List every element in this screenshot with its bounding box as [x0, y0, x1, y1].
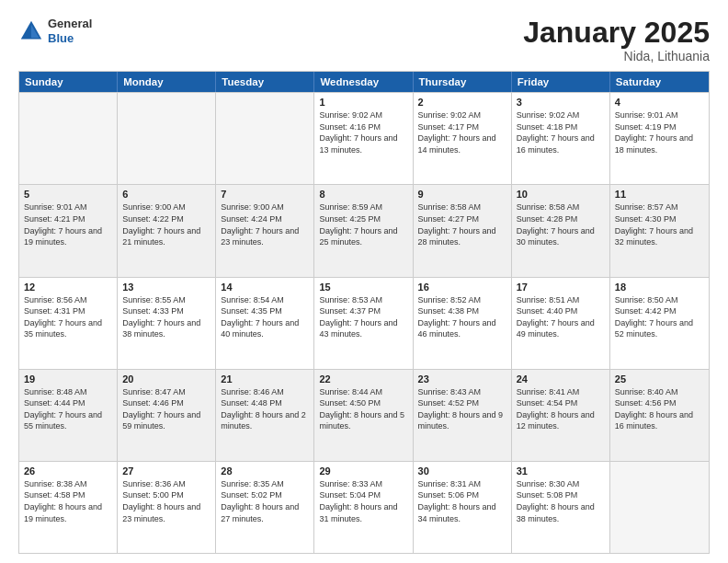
day-number: 27 — [122, 465, 210, 477]
cell-details: Sunrise: 8:58 AMSunset: 4:28 PMDaylight:… — [517, 201, 605, 247]
cell-details: Sunrise: 8:38 AMSunset: 4:58 PMDaylight:… — [24, 478, 112, 524]
cell-details: Sunrise: 8:55 AMSunset: 4:33 PMDaylight:… — [122, 294, 210, 340]
cell-details: Sunrise: 8:54 AMSunset: 4:35 PMDaylight:… — [221, 294, 309, 340]
day-cell-10: 10Sunrise: 8:58 AMSunset: 4:28 PMDayligh… — [512, 185, 610, 276]
month-title: January 2025 — [523, 17, 710, 49]
cell-details: Sunrise: 8:41 AMSunset: 4:54 PMDaylight:… — [517, 386, 605, 432]
cell-details: Sunrise: 9:02 AMSunset: 4:16 PMDaylight:… — [319, 109, 407, 155]
day-number: 2 — [418, 97, 506, 108]
day-cell-21: 21Sunrise: 8:46 AMSunset: 4:48 PMDayligh… — [216, 370, 314, 461]
day-cell-15: 15Sunrise: 8:53 AMSunset: 4:37 PMDayligh… — [314, 278, 413, 369]
day-cell-1: 1Sunrise: 9:02 AMSunset: 4:16 PMDaylight… — [314, 93, 413, 184]
day-cell-2: 2Sunrise: 9:02 AMSunset: 4:17 PMDaylight… — [414, 93, 512, 184]
cell-details: Sunrise: 9:01 AMSunset: 4:21 PMDaylight:… — [24, 201, 112, 247]
day-cell-28: 28Sunrise: 8:35 AMSunset: 5:02 PMDayligh… — [216, 462, 314, 553]
logo-blue-text: Blue — [48, 31, 92, 46]
cell-details: Sunrise: 8:58 AMSunset: 4:27 PMDaylight:… — [418, 201, 506, 247]
day-number: 5 — [24, 189, 112, 200]
calendar-row-2: 12Sunrise: 8:56 AMSunset: 4:31 PMDayligh… — [19, 277, 709, 369]
day-number: 19 — [24, 373, 112, 385]
day-cell-13: 13Sunrise: 8:55 AMSunset: 4:33 PMDayligh… — [118, 278, 216, 369]
day-number: 25 — [615, 373, 704, 385]
day-cell-4: 4Sunrise: 9:01 AMSunset: 4:19 PMDaylight… — [610, 93, 709, 184]
calendar-row-4: 26Sunrise: 8:38 AMSunset: 4:58 PMDayligh… — [19, 461, 709, 553]
cell-details: Sunrise: 8:46 AMSunset: 4:48 PMDaylight:… — [221, 386, 309, 432]
calendar-header: SundayMondayTuesdayWednesdayThursdayFrid… — [19, 72, 709, 92]
page: General Blue January 2025 Nida, Lithuani… — [0, 0, 728, 563]
logo: General Blue — [18, 17, 92, 45]
empty-cell-0-0 — [19, 93, 118, 184]
day-number: 1 — [319, 97, 407, 108]
day-number: 23 — [418, 373, 506, 385]
cell-details: Sunrise: 9:02 AMSunset: 4:18 PMDaylight:… — [517, 109, 605, 155]
day-cell-18: 18Sunrise: 8:50 AMSunset: 4:42 PMDayligh… — [610, 278, 709, 369]
cell-details: Sunrise: 9:00 AMSunset: 4:22 PMDaylight:… — [122, 201, 210, 247]
day-header-sunday: Sunday — [19, 72, 118, 92]
day-cell-6: 6Sunrise: 9:00 AMSunset: 4:22 PMDaylight… — [118, 185, 216, 276]
logo-general-text: General — [48, 17, 92, 31]
day-header-thursday: Thursday — [414, 72, 512, 92]
cell-details: Sunrise: 8:59 AMSunset: 4:25 PMDaylight:… — [319, 201, 407, 247]
cell-details: Sunrise: 8:30 AMSunset: 5:08 PMDaylight:… — [517, 478, 605, 524]
day-number: 7 — [221, 189, 309, 200]
title-area: January 2025 Nida, Lithuania — [523, 17, 710, 63]
calendar-body: 1Sunrise: 9:02 AMSunset: 4:16 PMDaylight… — [19, 92, 709, 553]
day-number: 3 — [517, 97, 605, 108]
day-number: 15 — [319, 282, 407, 293]
day-cell-14: 14Sunrise: 8:54 AMSunset: 4:35 PMDayligh… — [216, 278, 314, 369]
cell-details: Sunrise: 8:47 AMSunset: 4:46 PMDaylight:… — [122, 386, 210, 432]
day-number: 14 — [221, 282, 309, 293]
cell-details: Sunrise: 8:36 AMSunset: 5:00 PMDaylight:… — [122, 478, 210, 524]
day-number: 10 — [517, 189, 605, 200]
cell-details: Sunrise: 8:35 AMSunset: 5:02 PMDaylight:… — [221, 478, 309, 524]
day-number: 6 — [122, 189, 210, 200]
day-number: 21 — [221, 373, 309, 385]
day-number: 17 — [517, 282, 605, 293]
day-number: 28 — [221, 465, 309, 477]
day-cell-12: 12Sunrise: 8:56 AMSunset: 4:31 PMDayligh… — [19, 278, 118, 369]
cell-details: Sunrise: 8:53 AMSunset: 4:37 PMDaylight:… — [319, 294, 407, 340]
cell-details: Sunrise: 8:57 AMSunset: 4:30 PMDaylight:… — [615, 201, 704, 247]
day-cell-19: 19Sunrise: 8:48 AMSunset: 4:44 PMDayligh… — [19, 370, 118, 461]
day-header-tuesday: Tuesday — [216, 72, 314, 92]
day-cell-17: 17Sunrise: 8:51 AMSunset: 4:40 PMDayligh… — [512, 278, 610, 369]
day-number: 18 — [615, 282, 704, 293]
day-cell-11: 11Sunrise: 8:57 AMSunset: 4:30 PMDayligh… — [610, 185, 709, 276]
cell-details: Sunrise: 8:31 AMSunset: 5:06 PMDaylight:… — [418, 478, 506, 524]
day-cell-29: 29Sunrise: 8:33 AMSunset: 5:04 PMDayligh… — [314, 462, 413, 553]
calendar-row-1: 5Sunrise: 9:01 AMSunset: 4:21 PMDaylight… — [19, 184, 709, 276]
cell-details: Sunrise: 8:43 AMSunset: 4:52 PMDaylight:… — [418, 386, 506, 432]
day-cell-22: 22Sunrise: 8:44 AMSunset: 4:50 PMDayligh… — [314, 370, 413, 461]
cell-details: Sunrise: 8:48 AMSunset: 4:44 PMDaylight:… — [24, 386, 112, 432]
logo-text: General Blue — [48, 17, 92, 45]
day-number: 22 — [319, 373, 407, 385]
day-cell-5: 5Sunrise: 9:01 AMSunset: 4:21 PMDaylight… — [19, 185, 118, 276]
day-number: 24 — [517, 373, 605, 385]
day-number: 11 — [615, 189, 704, 200]
empty-cell-0-2 — [216, 93, 314, 184]
day-cell-8: 8Sunrise: 8:59 AMSunset: 4:25 PMDaylight… — [314, 185, 413, 276]
cell-details: Sunrise: 8:51 AMSunset: 4:40 PMDaylight:… — [517, 294, 605, 340]
cell-details: Sunrise: 8:33 AMSunset: 5:04 PMDaylight:… — [319, 478, 407, 524]
cell-details: Sunrise: 8:56 AMSunset: 4:31 PMDaylight:… — [24, 294, 112, 340]
day-number: 9 — [418, 189, 506, 200]
day-header-saturday: Saturday — [610, 72, 709, 92]
day-cell-30: 30Sunrise: 8:31 AMSunset: 5:06 PMDayligh… — [414, 462, 512, 553]
header: General Blue January 2025 Nida, Lithuani… — [18, 17, 710, 63]
cell-details: Sunrise: 8:40 AMSunset: 4:56 PMDaylight:… — [615, 386, 704, 432]
day-number: 4 — [615, 97, 704, 108]
day-number: 26 — [24, 465, 112, 477]
day-cell-24: 24Sunrise: 8:41 AMSunset: 4:54 PMDayligh… — [512, 370, 610, 461]
cell-details: Sunrise: 9:01 AMSunset: 4:19 PMDaylight:… — [615, 109, 704, 155]
cell-details: Sunrise: 8:50 AMSunset: 4:42 PMDaylight:… — [615, 294, 704, 340]
day-number: 8 — [319, 189, 407, 200]
day-header-friday: Friday — [512, 72, 610, 92]
day-cell-3: 3Sunrise: 9:02 AMSunset: 4:18 PMDaylight… — [512, 93, 610, 184]
day-number: 16 — [418, 282, 506, 293]
day-cell-9: 9Sunrise: 8:58 AMSunset: 4:27 PMDaylight… — [414, 185, 512, 276]
day-number: 12 — [24, 282, 112, 293]
calendar: SundayMondayTuesdayWednesdayThursdayFrid… — [18, 71, 710, 554]
day-number: 13 — [122, 282, 210, 293]
calendar-row-0: 1Sunrise: 9:02 AMSunset: 4:16 PMDaylight… — [19, 92, 709, 184]
day-number: 20 — [122, 373, 210, 385]
